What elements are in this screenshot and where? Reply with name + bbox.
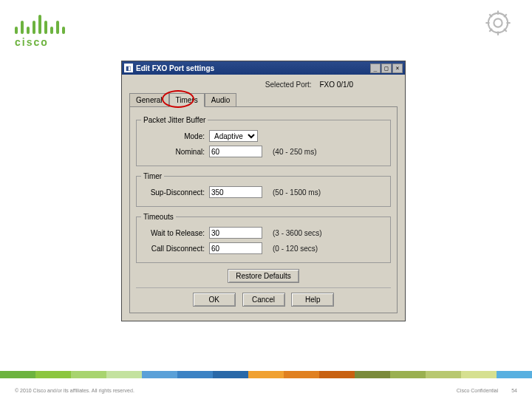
mode-label: Mode: [141, 132, 209, 140]
wait-release-input[interactable] [209, 227, 262, 239]
confidential-text: Cisco Confidential [457, 388, 498, 393]
footer: © 2010 Cisco and/or its affiliates. All … [15, 388, 517, 393]
cisco-logo: cisco [15, 13, 74, 48]
group-timer: Timer Sup-Disconnect: (50 - 1500 ms) [136, 172, 391, 207]
close-button[interactable]: × [392, 64, 403, 73]
sup-disconnect-input[interactable] [209, 186, 262, 198]
tab-audio[interactable]: Audio [205, 93, 237, 107]
sup-disconnect-range: (50 - 1500 ms) [273, 188, 321, 197]
help-button[interactable]: Help [291, 293, 334, 307]
maximize-button[interactable]: □ [381, 64, 392, 73]
separator [136, 287, 391, 288]
selected-port-value: FXO 0/1/0 [319, 81, 353, 89]
call-disconnect-input[interactable] [209, 242, 262, 254]
copyright-text: © 2010 Cisco and/or its affiliates. All … [15, 388, 134, 393]
tab-timers[interactable]: Timers [169, 93, 205, 107]
mode-select[interactable]: Adaptive [209, 130, 258, 142]
legend-timer: Timer [141, 172, 164, 180]
app-icon: ◧ [124, 64, 133, 72]
wait-release-range: (3 - 3600 secs) [273, 229, 322, 237]
accent-strip [0, 371, 532, 378]
nominal-input[interactable] [209, 146, 262, 157]
selected-port-label: Selected Port: [265, 81, 312, 89]
page-number: 54 [511, 388, 517, 393]
nominal-range: (40 - 250 ms) [273, 148, 316, 156]
wait-release-label: Wait to Release: [141, 229, 209, 237]
ok-button[interactable]: OK [193, 293, 236, 307]
cancel-button[interactable]: Cancel [242, 293, 285, 307]
selected-port-row: Selected Port: FXO 0/1/0 [129, 81, 398, 89]
call-disconnect-label: Call Disconnect: [141, 245, 209, 253]
gear-icon [482, 7, 514, 41]
tab-bar: General Timers Audio [129, 93, 398, 107]
sup-disconnect-label: Sup-Disconnect: [141, 188, 209, 197]
edit-fxo-dialog: ◧ Edit FXO Port settings _ □ × Selected … [121, 61, 406, 321]
tab-general[interactable]: General [129, 93, 169, 107]
cisco-bars-icon [15, 13, 74, 34]
svg-point-0 [494, 18, 502, 27]
cisco-wordmark: cisco [15, 36, 74, 48]
tab-panel-timers: Packet Jitter Buffer Mode: Adaptive Nomi… [129, 106, 398, 313]
nominal-label: Nominal: [141, 148, 209, 156]
titlebar[interactable]: ◧ Edit FXO Port settings _ □ × [122, 61, 405, 75]
svg-point-1 [488, 13, 508, 33]
window-title: Edit FXO Port settings [136, 64, 370, 72]
legend-timeouts: Timeouts [141, 213, 176, 221]
group-timeouts: Timeouts Wait to Release: (3 - 3600 secs… [136, 213, 391, 263]
call-disconnect-range: (0 - 120 secs) [273, 245, 318, 253]
minimize-button[interactable]: _ [370, 64, 381, 73]
restore-defaults-button[interactable]: Restore Defaults [228, 269, 299, 283]
group-packet-jitter: Packet Jitter Buffer Mode: Adaptive Nomi… [136, 116, 391, 166]
legend-jitter: Packet Jitter Buffer [141, 116, 208, 124]
